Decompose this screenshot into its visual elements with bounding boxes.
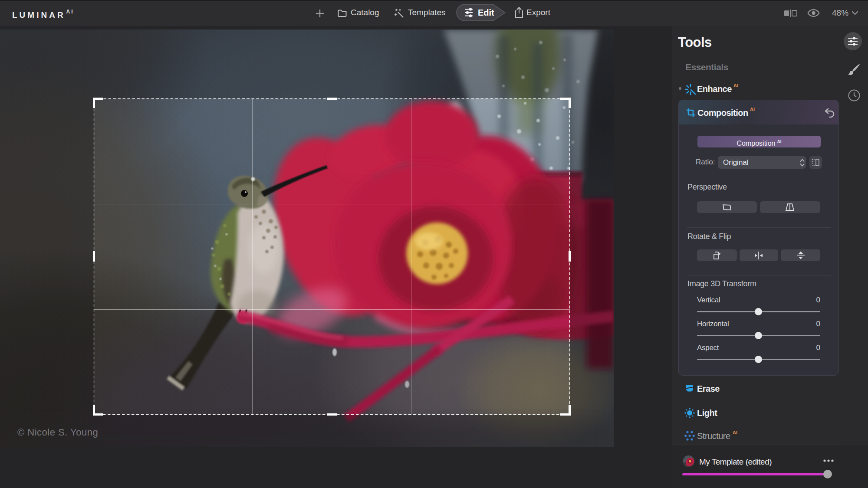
svg-text:Edit: Edit	[478, 8, 494, 17]
